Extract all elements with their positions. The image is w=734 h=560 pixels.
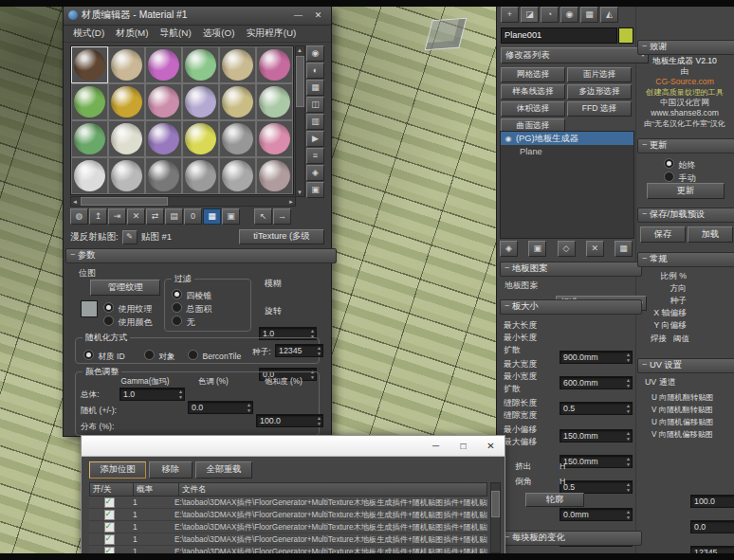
- col-filename[interactable]: 文件名: [179, 483, 486, 496]
- credit-link[interactable]: CG-Source.com: [637, 77, 732, 87]
- col-probability[interactable]: 概率: [134, 483, 179, 496]
- max-length-spinner[interactable]: 900.0mm: [560, 351, 633, 364]
- credits-rollout-header[interactable]: 致谢: [637, 40, 734, 55]
- material-swatch[interactable]: [145, 46, 182, 83]
- material-swatch[interactable]: [71, 157, 108, 194]
- put-to-scene-icon[interactable]: ↥: [89, 208, 107, 225]
- reload-all-button[interactable]: 全部重载: [195, 461, 252, 479]
- length-spread-spinner[interactable]: 0.5: [560, 402, 633, 415]
- board-size-rollout-header[interactable]: 板大小: [500, 299, 642, 315]
- material-swatch[interactable]: [145, 83, 182, 120]
- material-swatch[interactable]: [182, 157, 219, 194]
- show-end-result-icon[interactable]: ▣: [528, 241, 546, 257]
- manage-texture-button[interactable]: 管理纹理: [90, 280, 160, 296]
- video-color-check-icon[interactable]: ▥: [306, 114, 324, 130]
- make-preview-icon[interactable]: ▶: [306, 131, 324, 147]
- options-icon[interactable]: ≡: [306, 148, 324, 164]
- menu-navigation[interactable]: 导航(N): [154, 27, 196, 40]
- get-material-icon[interactable]: ◍: [70, 208, 88, 225]
- material-swatch[interactable]: [182, 83, 219, 120]
- overall-gamma-spinner[interactable]: 1.0: [119, 388, 185, 401]
- material-swatch[interactable]: [256, 157, 293, 194]
- material-map-navigator-icon[interactable]: ▣: [306, 182, 324, 198]
- map-type-button[interactable]: tiTexture (多级: [239, 229, 324, 244]
- material-swatch[interactable]: [182, 120, 219, 157]
- table-row[interactable]: 1 E:\taobao\3DMAX插件\FloorGenerator+Multi…: [89, 509, 487, 521]
- sample-uv-tiling-icon[interactable]: ◫: [306, 97, 324, 113]
- maximize-button[interactable]: □: [450, 436, 477, 456]
- edit-map-icon[interactable]: ✎: [122, 230, 138, 244]
- contour-button[interactable]: 轮廓: [525, 493, 584, 507]
- presets-rollout-header[interactable]: 保存/加载预设: [637, 208, 734, 223]
- object-color-swatch[interactable]: [618, 27, 633, 44]
- stack-item-plane[interactable]: Plane: [501, 145, 633, 158]
- make-unique-icon[interactable]: ◇: [558, 241, 576, 257]
- material-swatch[interactable]: [108, 83, 145, 120]
- menu-options[interactable]: 选项(O): [197, 27, 241, 40]
- texture-color-swatch[interactable]: [81, 300, 98, 317]
- material-swatch[interactable]: [71, 46, 108, 83]
- minimize-button[interactable]: ─: [422, 436, 450, 456]
- scale-spinner[interactable]: 100.0: [690, 495, 734, 508]
- material-swatch[interactable]: [145, 120, 182, 157]
- direction-spinner[interactable]: 0.0: [690, 520, 734, 533]
- object-name-field[interactable]: Plane001: [501, 27, 617, 44]
- gap-length-spinner[interactable]: 0.0mm: [560, 508, 633, 521]
- modifier-enabled-icon[interactable]: ◉: [504, 135, 513, 143]
- use-color-radio[interactable]: 使用颜色: [103, 312, 152, 329]
- configure-modifier-sets-icon[interactable]: ▦: [615, 241, 633, 257]
- table-scrollbar[interactable]: [490, 482, 501, 553]
- swatch-horizontal-scrollbar[interactable]: ◄ ►: [70, 196, 296, 207]
- swatch-vertical-scrollbar[interactable]: ▲ ▼: [295, 45, 305, 197]
- select-by-material-icon[interactable]: ◈: [306, 165, 324, 181]
- tab-modify[interactable]: ◪: [521, 7, 539, 23]
- put-to-library-icon[interactable]: ▤: [165, 208, 183, 225]
- update-rollout-header[interactable]: 更新: [637, 138, 734, 154]
- row-enabled-checkbox[interactable]: [104, 522, 115, 533]
- modifier-list-dropdown[interactable]: 修改器列表: [501, 47, 649, 63]
- sample-type-icon[interactable]: ◉: [306, 45, 324, 62]
- tab-create[interactable]: +: [501, 7, 519, 23]
- row-enabled-checkbox[interactable]: [104, 534, 115, 545]
- random-bercontile-radio[interactable]: BerconTile: [188, 346, 241, 363]
- table-row[interactable]: 1 E:\taobao\3DMAX插件\FloorGenerator+Multi…: [89, 521, 487, 533]
- poly-select-button[interactable]: 多边形选择: [567, 84, 632, 99]
- material-swatch[interactable]: [145, 157, 182, 194]
- tab-hierarchy[interactable]: ◔: [541, 7, 559, 23]
- material-swatch[interactable]: [256, 120, 293, 157]
- reset-map-icon[interactable]: ✕: [127, 208, 145, 225]
- material-swatch[interactable]: [219, 46, 256, 83]
- remove-button[interactable]: 移除: [149, 461, 193, 479]
- material-swatch[interactable]: [182, 46, 219, 83]
- close-button[interactable]: ✕: [310, 9, 326, 22]
- min-length-spinner[interactable]: 600.0mm: [560, 376, 633, 389]
- table-row[interactable]: 1 E:\taobao\3DMAX插件\FloorGenerator+Multi…: [89, 497, 487, 509]
- show-map-in-viewport-icon[interactable]: ▦: [203, 208, 221, 225]
- make-unique-icon[interactable]: ⇄: [146, 208, 164, 225]
- per-board-variation-rollout-header[interactable]: 每块板的变化: [500, 531, 642, 546]
- material-id-channel-icon[interactable]: 0: [184, 208, 202, 225]
- row-enabled-checkbox[interactable]: [104, 497, 115, 508]
- show-end-result-icon[interactable]: ▣: [222, 208, 240, 225]
- material-swatch[interactable]: [108, 46, 145, 83]
- patch-select-button[interactable]: 面片选择: [567, 67, 632, 82]
- pin-stack-icon[interactable]: ◈: [500, 241, 518, 257]
- stack-item-floor-generator[interactable]: ◉ (PG)地板生成器: [501, 132, 633, 145]
- material-swatch[interactable]: [219, 157, 256, 194]
- load-preset-button[interactable]: 加载: [688, 226, 733, 243]
- material-swatch[interactable]: [108, 157, 145, 194]
- material-swatch[interactable]: [219, 120, 256, 157]
- menu-material[interactable]: 材质(M): [110, 27, 154, 40]
- material-swatch[interactable]: [219, 83, 256, 120]
- seed-spinner[interactable]: 12345: [275, 344, 323, 357]
- menu-utilities[interactable]: 实用程序(U): [240, 27, 302, 40]
- uv-settings-rollout-header[interactable]: UV 设置: [637, 358, 734, 373]
- tab-motion[interactable]: ◉: [560, 7, 578, 23]
- min-width-spinner[interactable]: 150.0mm: [560, 455, 633, 468]
- params-rollout-header[interactable]: 参数: [65, 248, 337, 263]
- material-swatch[interactable]: [71, 120, 108, 157]
- minimize-button[interactable]: —: [290, 9, 306, 22]
- row-enabled-checkbox[interactable]: [104, 510, 115, 520]
- random-material-id-radio[interactable]: 材质 ID: [83, 346, 125, 363]
- spline-select-button[interactable]: 样条线选择: [501, 84, 565, 99]
